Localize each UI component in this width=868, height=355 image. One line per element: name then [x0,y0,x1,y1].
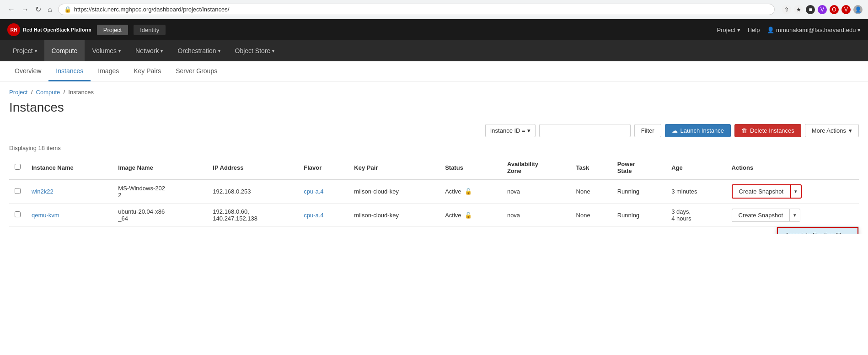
address-bar[interactable]: 🔒 https://stack.nerc.mghpcc.org/dashboar… [58,4,775,15]
user-avatar[interactable]: 👤 [853,5,863,14]
row1-keypair-cell: milson-cloud-key [348,179,439,204]
topbar-tab-project[interactable]: Project [97,25,128,35]
row2-task-cell: None [571,204,612,227]
topbar-user-btn[interactable]: 👤 mmunakami@fas.harvard.edu ▾ [767,27,861,33]
launch-instance-button[interactable]: ☁ Launch Instance [665,124,731,137]
row1-power-cell: Running [612,179,666,204]
filter-input[interactable] [539,124,631,137]
breadcrumb-project[interactable]: Project [9,89,27,96]
topbar-help-btn[interactable]: Help [748,27,760,33]
nav-item-volumes[interactable]: Volumes ▾ [85,40,128,61]
nav-item-objectstore[interactable]: Object Store ▾ [228,40,282,61]
row1-flavor-cell: cpu-a.4 [298,179,348,204]
nav-item-network[interactable]: Network ▾ [128,40,170,61]
bookmark-icon[interactable]: ★ [794,5,803,14]
breadcrumb-compute[interactable]: Compute [36,89,60,96]
th-instance-name: Instance Name [26,156,113,179]
table-body: win2k22 MS-Windows-2022 192.168.0.253 cp… [9,179,859,227]
browser-bar: ← → ↻ ⌂ 🔒 https://stack.nerc.mghpcc.org/… [0,0,868,19]
more-actions-button[interactable]: More Actions ▾ [805,124,859,137]
row1-age-cell: 3 minutes [666,179,726,204]
row1-lock-icon: 🔓 [465,188,472,195]
th-age: Age [666,156,726,179]
row1-status: Active [445,188,461,195]
more-actions-arrow: ▾ [849,127,852,134]
filter-button[interactable]: Filter [634,124,661,137]
breadcrumb: Project / Compute / Instances [9,89,859,96]
row2-action-group: Create Snapshot ▾ [732,209,853,222]
row2-status: Active [445,212,461,219]
tab-images[interactable]: Images [91,61,126,81]
table-row: qemu-kvm ubuntu-20.04-x86_64 192.168.0.6… [9,204,859,227]
forward-button[interactable]: → [19,5,31,15]
th-keypair: Key Pair [348,156,439,179]
refresh-button[interactable]: ↻ [33,4,43,15]
row1-task-cell: None [571,179,612,204]
row2-task: None [576,212,590,219]
nav-item-project[interactable]: Project ▾ [5,40,44,61]
row2-action-dropdown-toggle[interactable]: ▾ [789,209,800,222]
row1-create-snapshot-button[interactable]: Create Snapshot [732,184,790,199]
tab-instances[interactable]: Instances [48,61,91,81]
row2-actions-cell: Create Snapshot ▾ Associate Floating IP … [726,204,859,227]
row2-flavor-link[interactable]: cpu-a.4 [304,212,323,219]
row2-image-name: ubuntu-20.04-x86_64 [118,208,165,222]
extension-icon[interactable]: ■ [806,5,815,14]
row2-name-cell: qemu-kvm [26,204,113,227]
row2-checkbox-cell [9,204,26,227]
instances-table: Instance Name Image Name IP Address Flav… [9,156,859,227]
browser-nav-buttons: ← → ↻ ⌂ [5,4,54,15]
main-nav: Project ▾ Compute Volumes ▾ Network ▾ Or… [0,40,868,61]
nav-item-compute[interactable]: Compute [44,40,85,61]
th-actions: Actions [726,156,859,179]
topbar-tab-identity[interactable]: Identity [134,25,166,35]
url-text: https://stack.nerc.mghpcc.org/dashboard/… [74,6,230,13]
table-row: win2k22 MS-Windows-2022 192.168.0.253 cp… [9,179,859,204]
row1-action-dropdown-toggle[interactable]: ▾ [790,184,802,199]
profile-icon[interactable]: V [818,5,827,14]
row2-image-cell: ubuntu-20.04-x86_64 [113,204,207,227]
row2-az: nova [507,212,520,219]
nav-item-orchestration[interactable]: Orchestration ▾ [170,40,227,61]
row2-checkbox[interactable] [15,211,21,217]
select-all-checkbox[interactable] [15,164,21,170]
row1-checkbox[interactable] [15,188,21,194]
row2-instance-link[interactable]: qemu-kvm [32,212,59,219]
row2-create-snapshot-button[interactable]: Create Snapshot [732,209,790,222]
lock-icon: 🔒 [64,6,71,13]
browser-toolbar-icons: ⇧ ★ ■ V O V 👤 [782,5,863,14]
tab-overview[interactable]: Overview [7,61,48,81]
os-logo-text: Red Hat OpenStack Platform [23,27,91,32]
row1-age: 3 minutes [671,188,697,195]
row1-instance-link[interactable]: win2k22 [32,188,54,195]
row2-keypair: milson-cloud-key [354,212,399,219]
back-button[interactable]: ← [5,5,17,15]
os-topbar: RH Red Hat OpenStack Platform Project Id… [0,19,868,40]
content-area: Project / Compute / Instances Instances … [0,81,868,234]
row2-flavor-cell: cpu-a.4 [298,204,348,227]
row1-az-cell: nova [502,179,571,204]
launch-cloud-icon: ☁ [672,127,678,134]
row2-age-cell: 3 days,4 hours [666,204,726,227]
vivaldi-icon[interactable]: V [841,5,851,14]
nav-objectstore-arrow: ▾ [272,48,274,54]
filter-field-select[interactable]: Instance ID = ▾ [485,124,536,137]
share-icon[interactable]: ⇧ [782,5,791,14]
redhat-logo: RH [7,23,20,36]
tab-servergroups[interactable]: Server Groups [168,61,225,81]
topbar-project-btn[interactable]: Project ▾ [717,27,740,33]
th-checkbox [9,156,26,179]
row1-power: Running [617,188,639,195]
opera-icon[interactable]: O [830,5,839,14]
row2-power: Running [617,212,639,219]
row2-age: 3 days,4 hours [671,208,691,222]
row2-dropdown-associate-floating-ip[interactable]: Associate Floating IP [777,227,858,234]
delete-instances-button[interactable]: 🗑 Delete Instances [734,124,801,137]
th-power: PowerState [612,156,666,179]
row1-flavor-link[interactable]: cpu-a.4 [304,188,323,195]
tab-keypairs[interactable]: Key Pairs [126,61,168,81]
home-button[interactable]: ⌂ [45,5,54,15]
filter-field-arrow: ▾ [527,127,530,134]
th-flavor: Flavor [298,156,348,179]
delete-trash-icon: 🗑 [741,127,747,134]
